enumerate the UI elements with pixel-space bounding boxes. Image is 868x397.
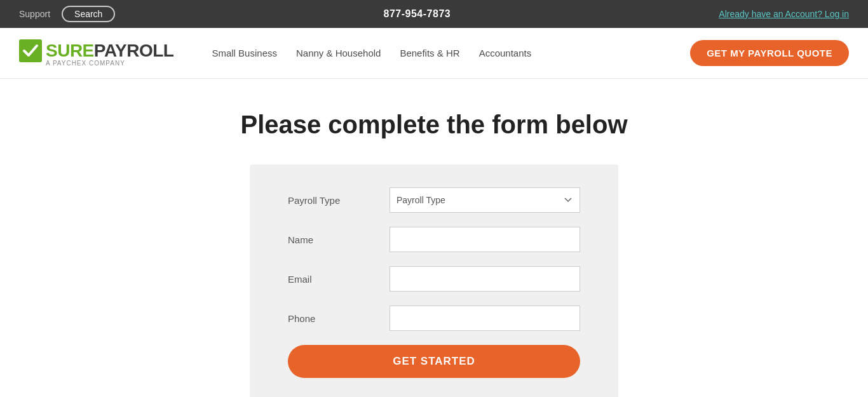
search-button[interactable]: Search: [62, 6, 115, 22]
name-row: Name: [288, 227, 580, 252]
topbar: Support Search 877-954-7873 Already have…: [0, 0, 868, 28]
payroll-type-row: Payroll Type Payroll Type Small Business…: [288, 187, 580, 213]
logo-subtitle: A PAYCHEX COMPANY: [46, 60, 125, 67]
phone-input[interactable]: [390, 306, 580, 331]
topbar-left: Support Search: [19, 6, 115, 22]
logo: SUREPAYROLL A PAYCHEX COMPANY: [19, 39, 173, 67]
logo-sure: SURE: [46, 41, 94, 60]
header: SUREPAYROLL A PAYCHEX COMPANY Small Busi…: [0, 28, 868, 79]
get-quote-button[interactable]: GET MY PAYROLL QUOTE: [690, 40, 849, 66]
name-label: Name: [288, 234, 377, 245]
logo-icon: [19, 39, 42, 62]
phone-label: Phone: [288, 313, 377, 324]
email-input[interactable]: [390, 266, 580, 292]
logo-main: SUREPAYROLL: [19, 39, 173, 62]
support-link[interactable]: Support: [19, 9, 50, 19]
svg-rect-0: [19, 39, 42, 62]
nav-small-business[interactable]: Small Business: [212, 48, 277, 58]
email-label: Email: [288, 274, 377, 285]
nav-accountants[interactable]: Accountants: [479, 48, 532, 58]
logo-payroll: PAYROLL: [94, 41, 174, 60]
main-nav: Small Business Nanny & Household Benefit…: [212, 40, 849, 66]
payroll-type-select[interactable]: Payroll Type Small Business Nanny & Hous…: [390, 187, 580, 213]
get-started-button[interactable]: GET STARTED: [288, 345, 580, 378]
email-row: Email: [288, 266, 580, 292]
phone-number: 877-954-7873: [384, 8, 451, 20]
phone-row: Phone: [288, 306, 580, 331]
main-content: Please complete the form below Payroll T…: [0, 79, 868, 397]
payroll-type-label: Payroll Type: [288, 195, 377, 206]
login-link[interactable]: Already have an Account? Log in: [719, 9, 849, 19]
nav-benefits-hr[interactable]: Benefits & HR: [400, 48, 459, 58]
name-input[interactable]: [390, 227, 580, 252]
nav-nanny-household[interactable]: Nanny & Household: [296, 48, 381, 58]
page-title: Please complete the form below: [240, 111, 627, 139]
form-card: Payroll Type Payroll Type Small Business…: [250, 165, 618, 397]
